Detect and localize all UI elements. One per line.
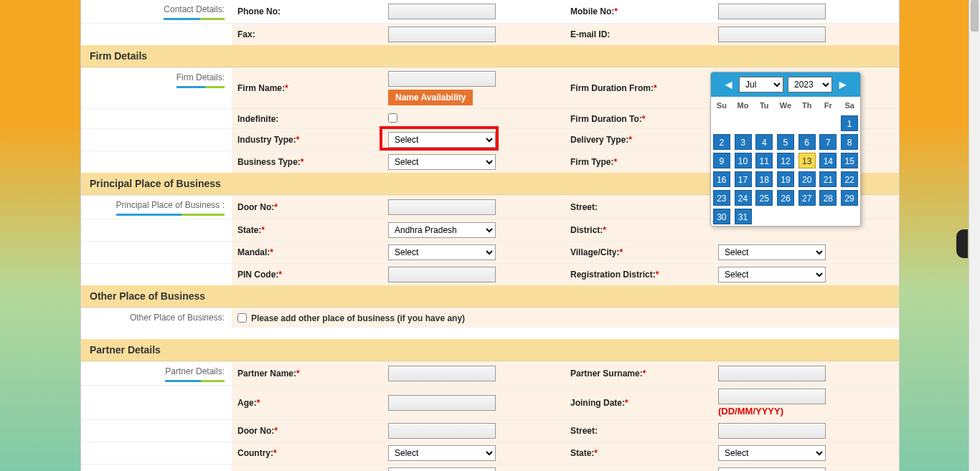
ppb-district-label: District: bbox=[570, 225, 603, 235]
partner-door-input[interactable] bbox=[388, 423, 496, 439]
indefinite-label: Indefinite: bbox=[237, 114, 278, 124]
datepicker-year-select[interactable]: 2023 bbox=[788, 77, 832, 92]
scrollbar[interactable] bbox=[969, 0, 980, 471]
datepicker-day[interactable]: 10 bbox=[735, 153, 752, 168]
datepicker-dow: Sa bbox=[839, 97, 860, 114]
datepicker-prev-button[interactable]: ◀ bbox=[722, 80, 735, 90]
ppb-mandal-label: Mandal: bbox=[237, 247, 270, 257]
datepicker-day[interactable]: 31 bbox=[735, 209, 752, 224]
datepicker-dow: Tu bbox=[753, 97, 775, 114]
mobile-no-label: Mobile No: bbox=[570, 6, 614, 16]
partner-joining-input[interactable] bbox=[718, 389, 826, 404]
partner-header: Partner Details bbox=[81, 339, 899, 361]
datepicker-day[interactable]: 7 bbox=[819, 134, 837, 150]
datepicker-day[interactable]: 5 bbox=[777, 134, 794, 150]
firm-details-header: Firm Details bbox=[81, 45, 899, 67]
datepicker-day[interactable]: 1 bbox=[841, 115, 858, 131]
fax-input[interactable] bbox=[388, 27, 496, 42]
partner-country-select[interactable]: Select bbox=[388, 445, 496, 461]
datepicker-day[interactable]: 19 bbox=[777, 171, 794, 187]
datepicker-day[interactable]: 2 bbox=[713, 134, 730, 150]
datepicker-day[interactable]: 23 bbox=[713, 190, 730, 206]
datepicker-day[interactable]: 20 bbox=[798, 171, 816, 187]
ppb-door-label: Door No: bbox=[237, 202, 274, 212]
partner-mandal-select[interactable]: Select bbox=[718, 467, 826, 471]
partner-name-label: Partner Name: bbox=[237, 368, 296, 379]
partner-state-select[interactable]: Select bbox=[718, 445, 826, 461]
datepicker-day[interactable]: 21 bbox=[819, 171, 837, 187]
partner-street-input[interactable] bbox=[718, 423, 826, 439]
ppb-regdist-select[interactable]: Select bbox=[718, 267, 826, 282]
ppb-door-input[interactable] bbox=[388, 199, 496, 215]
datepicker-grid: SuMoTuWeThFrSa 1234567891011121314151617… bbox=[711, 97, 860, 226]
indefinite-checkbox[interactable] bbox=[388, 113, 397, 123]
business-type-label: Business Type: bbox=[237, 157, 301, 167]
datepicker-day[interactable]: 3 bbox=[735, 134, 752, 150]
contact-details-title: Contact Details: bbox=[164, 4, 225, 14]
datepicker-day[interactable]: 22 bbox=[841, 171, 858, 187]
datepicker-popup[interactable]: ◀ Jul 2023 ▶ SuMoTuWeThFrSa 123456789101… bbox=[710, 72, 861, 227]
scrollbar-thumb[interactable] bbox=[971, 0, 979, 32]
datepicker-next-button[interactable]: ▶ bbox=[837, 80, 849, 90]
industry-type-select[interactable]: Select bbox=[388, 132, 496, 148]
ppb-state-select[interactable]: Andhra Pradesh bbox=[388, 222, 496, 238]
ppb-street-label: Street: bbox=[570, 202, 598, 212]
datepicker-day[interactable]: 4 bbox=[755, 134, 773, 150]
partner-joining-label: Joining Date: bbox=[570, 398, 625, 408]
datepicker-day[interactable]: 27 bbox=[798, 190, 816, 206]
ppb-state-label: State: bbox=[237, 225, 261, 235]
firm-duration-from-label: Firm Duration From: bbox=[570, 83, 654, 93]
datepicker-day[interactable]: 16 bbox=[713, 171, 730, 187]
datepicker-day[interactable]: 29 bbox=[841, 190, 858, 206]
datepicker-dow: We bbox=[775, 97, 796, 114]
datepicker-day[interactable]: 18 bbox=[755, 171, 773, 187]
datepicker-day[interactable]: 9 bbox=[713, 153, 730, 168]
opb-checkbox[interactable] bbox=[237, 313, 247, 323]
datepicker-day[interactable]: 13 bbox=[798, 153, 816, 168]
firm-name-input[interactable] bbox=[388, 71, 496, 87]
firm-duration-to-label: Firm Duration To: bbox=[570, 114, 642, 124]
partner-country-label: Country: bbox=[237, 448, 273, 458]
partner-age-input[interactable] bbox=[388, 395, 496, 411]
datepicker-month-select[interactable]: Jul bbox=[739, 77, 783, 92]
datepicker-day[interactable]: 8 bbox=[841, 134, 858, 150]
partner-surname-input[interactable] bbox=[718, 366, 826, 381]
datepicker-day[interactable]: 28 bbox=[819, 190, 837, 206]
side-tab[interactable] bbox=[956, 229, 968, 258]
partner-state-label: State: bbox=[570, 448, 594, 458]
industry-type-label: Industry Type: bbox=[237, 135, 296, 145]
ppb-mandal-select[interactable]: Select bbox=[388, 244, 496, 260]
date-format-note: (DD/MM/YYYY) bbox=[718, 406, 886, 417]
datepicker-day[interactable]: 24 bbox=[735, 190, 752, 206]
partner-district-select[interactable]: Select bbox=[388, 467, 496, 471]
datepicker-day[interactable]: 12 bbox=[777, 153, 794, 168]
datepicker-dow: Fr bbox=[818, 97, 839, 114]
name-availability-button[interactable]: Name Availability bbox=[388, 90, 473, 105]
ppb-village-label: Village/City: bbox=[570, 247, 619, 257]
mobile-no-input[interactable] bbox=[718, 4, 826, 19]
datepicker-dow: Th bbox=[796, 97, 818, 114]
ppb-pin-label: PIN Code: bbox=[237, 270, 278, 280]
phone-no-input[interactable] bbox=[388, 4, 496, 19]
datepicker-dow: Mo bbox=[732, 97, 754, 114]
fax-label: Fax: bbox=[237, 29, 255, 39]
opb-checkbox-label: Please add other place of business (if y… bbox=[251, 313, 465, 323]
datepicker-day[interactable]: 11 bbox=[755, 153, 773, 168]
datepicker-day[interactable]: 15 bbox=[841, 153, 858, 168]
partner-door-label: Door No: bbox=[237, 426, 274, 436]
partner-age-label: Age: bbox=[237, 398, 257, 408]
firm-details-title: Firm Details: bbox=[176, 72, 225, 82]
datepicker-day[interactable]: 14 bbox=[819, 153, 837, 168]
ppb-title: Principal Place of Business : bbox=[116, 200, 225, 210]
datepicker-day[interactable]: 30 bbox=[713, 209, 730, 224]
ppb-village-select[interactable]: Select bbox=[718, 244, 826, 260]
datepicker-day[interactable]: 6 bbox=[798, 134, 816, 150]
partner-name-input[interactable] bbox=[388, 366, 496, 381]
datepicker-day[interactable]: 25 bbox=[755, 190, 773, 206]
business-type-select[interactable]: Select bbox=[388, 154, 496, 170]
email-label: E-mail ID: bbox=[570, 29, 610, 39]
email-input[interactable] bbox=[718, 27, 826, 42]
datepicker-day[interactable]: 26 bbox=[777, 190, 794, 206]
datepicker-day[interactable]: 17 bbox=[735, 171, 752, 187]
ppb-pin-input[interactable] bbox=[388, 267, 496, 282]
